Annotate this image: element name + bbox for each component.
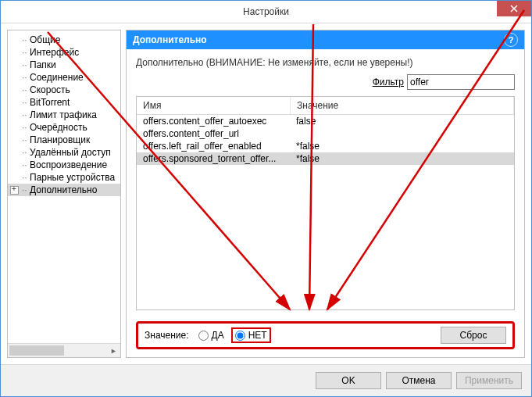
filter-label: Фильтр [373,77,404,88]
table-row[interactable]: offers.sponsored_torrent_offer...*false [137,152,514,165]
sidebar-item[interactable]: ·· Очерёдность [8,121,120,134]
settings-table: Имя Значение offers.content_offer_autoex… [136,96,515,310]
table-row[interactable]: offers.content_offer_autoexecfalse [137,115,514,127]
sidebar-item[interactable]: ·· Удалённый доступ [8,146,120,159]
sidebar-item[interactable]: ·· BitTorrent [8,96,120,109]
radio-no[interactable]: НЕТ [234,330,269,341]
column-header-name[interactable]: Имя [137,97,291,114]
close-button[interactable] [497,1,531,16]
table-row[interactable]: offers.left_rail_offer_enabled*false [137,140,514,152]
help-icon[interactable]: ? [504,33,518,47]
sidebar-item[interactable]: ·· Интерфейс [8,46,120,59]
main-panel: Дополнительно ? Дополнительно (ВНИМАНИЕ:… [126,30,525,358]
radio-yes[interactable]: ДА [198,330,224,341]
sidebar-item[interactable]: ·· Парные устройства [8,171,120,184]
apply-button[interactable]: Применить [456,372,522,389]
sidebar-item[interactable]: ·· Воспроизведение [8,159,120,171]
sidebar-scrollbar[interactable]: ◄ ► [8,343,120,357]
ok-button[interactable]: OK [316,372,381,389]
column-header-value[interactable]: Значение [291,97,514,114]
sidebar-item[interactable]: ·· Лимит трафика [8,109,120,121]
panel-title: Дополнительно [133,34,207,45]
close-icon [510,5,518,13]
scroll-thumb[interactable] [9,345,64,356]
value-editor: Значение: ДА НЕТ Сброс [136,321,515,349]
table-row[interactable]: offers.content_offer_url [137,127,514,140]
sidebar-item[interactable]: ·· Общие [8,34,120,46]
sidebar-item[interactable]: ·· Папки [8,59,120,71]
sidebar: ·· Общие·· Интерфейс·· Папки·· Соединени… [7,30,121,358]
panel-header: Дополнительно ? [127,30,524,49]
titlebar: Настройки [1,1,531,23]
cancel-button[interactable]: Отмена [386,372,452,389]
settings-tree[interactable]: ·· Общие·· Интерфейс·· Папки·· Соединени… [8,30,120,343]
dialog-footer: OK Отмена Применить [1,364,531,396]
sidebar-item[interactable]: ·· Планировщик [8,134,120,146]
window-title: Настройки [243,6,289,17]
scroll-right-icon[interactable]: ► [107,344,120,357]
warning-text: Дополнительно (ВНИМАНИЕ: Не изменяйте, е… [136,57,515,68]
value-label: Значение: [145,330,189,341]
filter-input[interactable] [407,74,515,90]
sidebar-item[interactable]: ·· Соединение [8,71,120,84]
sidebar-item[interactable]: ·· Скорость [8,84,120,96]
sidebar-item[interactable]: ·· Дополнительно [8,184,120,196]
reset-button[interactable]: Сброс [441,327,506,344]
